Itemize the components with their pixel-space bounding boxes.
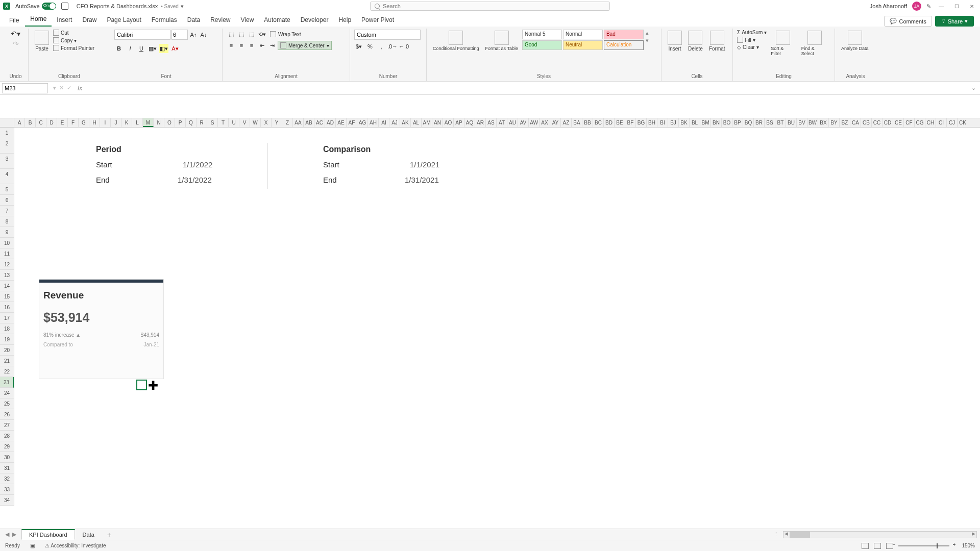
col-header-CD[interactable]: CD [883, 118, 893, 127]
col-header-N[interactable]: N [154, 118, 164, 127]
row-header-1[interactable]: 1 [0, 128, 14, 138]
align-middle-icon[interactable]: ⬚ [237, 30, 246, 39]
col-header-BI[interactable]: BI [657, 118, 668, 127]
col-header-Y[interactable]: Y [272, 118, 282, 127]
col-header-M[interactable]: M [143, 118, 154, 127]
tab-page-layout[interactable]: Page Layout [102, 13, 146, 27]
undo-icon[interactable]: ↶▾ [11, 30, 20, 38]
underline-button[interactable]: U [137, 44, 146, 53]
col-header-AK[interactable]: AK [400, 118, 411, 127]
tab-home[interactable]: Home [25, 12, 52, 27]
col-header-O[interactable]: O [164, 118, 175, 127]
row-header-14[interactable]: 14 [0, 281, 14, 291]
select-all-triangle[interactable] [0, 118, 14, 128]
row-header-3[interactable]: 3 [0, 154, 14, 169]
col-header-AF[interactable]: AF [347, 118, 357, 127]
col-header-AW[interactable]: AW [529, 118, 540, 127]
comments-button[interactable]: 💬 Comments [884, 16, 932, 27]
tab-automate[interactable]: Automate [259, 13, 295, 27]
style-normal[interactable]: Normal [563, 30, 603, 39]
col-header-BR[interactable]: BR [754, 118, 765, 127]
col-header-S[interactable]: S [207, 118, 218, 127]
fb-confirm-icon[interactable]: ✓ [67, 85, 71, 91]
col-header-AL[interactable]: AL [411, 118, 422, 127]
fill-button[interactable]: Fill ▾ [737, 37, 767, 43]
row-header-5[interactable]: 5 [0, 184, 14, 195]
col-header-AN[interactable]: AN [432, 118, 443, 127]
col-header-Q[interactable]: Q [186, 118, 197, 127]
style-good[interactable]: Good [522, 40, 562, 50]
col-header-T[interactable]: T [218, 118, 229, 127]
col-header-K[interactable]: K [121, 118, 132, 127]
close-icon[interactable]: ✕ [967, 4, 977, 9]
col-header-W[interactable]: W [250, 118, 261, 127]
col-header-AT[interactable]: AT [497, 118, 507, 127]
sort-filter-button[interactable]: Sort & Filter [769, 30, 797, 57]
col-header-A[interactable]: A [14, 118, 25, 127]
wrap-text-button[interactable]: Wrap Text [267, 30, 304, 39]
col-header-E[interactable]: E [57, 118, 68, 127]
align-top-icon[interactable]: ⬚ [227, 30, 236, 39]
search-input[interactable] [383, 3, 605, 9]
format-button[interactable]: Format [707, 30, 727, 53]
col-header-BX[interactable]: BX [818, 118, 829, 127]
fill-color-button[interactable]: ◧▾ [159, 44, 168, 53]
bold-button[interactable]: B [114, 44, 124, 53]
view-normal-icon[interactable] [862, 543, 869, 549]
border-button[interactable]: ▦▾ [148, 44, 157, 53]
scroll-thumb[interactable] [790, 532, 810, 538]
row-header-6[interactable]: 6 [0, 195, 14, 206]
col-header-AY[interactable]: AY [550, 118, 561, 127]
row-header-16[interactable]: 16 [0, 302, 14, 313]
status-accessibility[interactable]: ⚠ Accessibility: Investigate [45, 543, 106, 548]
row-header-33[interactable]: 33 [0, 484, 14, 495]
style-normal5[interactable]: Normal 5 [522, 30, 562, 39]
col-header-CB[interactable]: CB [861, 118, 872, 127]
col-header-AU[interactable]: AU [507, 118, 518, 127]
col-header-BN[interactable]: BN [711, 118, 722, 127]
col-header-BQ[interactable]: BQ [743, 118, 754, 127]
col-header-BH[interactable]: BH [647, 118, 657, 127]
sheet-next-icon[interactable]: ▶ [12, 531, 16, 538]
col-header-BS[interactable]: BS [765, 118, 775, 127]
redo-icon[interactable]: ↷ [13, 40, 19, 48]
tab-developer[interactable]: Developer [296, 13, 334, 27]
align-left-icon[interactable]: ≡ [227, 41, 236, 50]
currency-icon[interactable]: $▾ [354, 42, 363, 51]
format-table-button[interactable]: Format as Table [483, 30, 520, 52]
font-color-button[interactable]: A▾ [170, 44, 180, 53]
col-header-Z[interactable]: Z [282, 118, 293, 127]
col-header-AO[interactable]: AO [443, 118, 454, 127]
col-header-AI[interactable]: AI [379, 118, 389, 127]
align-center-icon[interactable]: ≡ [237, 41, 246, 50]
style-calculation[interactable]: Calculation [604, 40, 644, 50]
col-header-H[interactable]: H [89, 118, 100, 127]
col-header-BD[interactable]: BD [604, 118, 615, 127]
font-size-select[interactable] [172, 30, 188, 40]
row-header-9[interactable]: 9 [0, 227, 14, 238]
tab-insert[interactable]: Insert [52, 13, 77, 27]
record-macro-icon[interactable]: ▣ [30, 543, 35, 548]
col-header-BO[interactable]: BO [722, 118, 732, 127]
row-header-12[interactable]: 12 [0, 259, 14, 270]
col-header-F[interactable]: F [68, 118, 79, 127]
row-header-15[interactable]: 15 [0, 291, 14, 302]
col-header-AR[interactable]: AR [475, 118, 486, 127]
row-header-30[interactable]: 30 [0, 452, 14, 463]
row-headers[interactable]: 1234567891011121314151617181920212223242… [0, 128, 14, 506]
autosum-button[interactable]: Σ AutoSum ▾ [737, 30, 767, 35]
row-header-8[interactable]: 8 [0, 216, 14, 227]
col-header-R[interactable]: R [197, 118, 207, 127]
row-header-24[interactable]: 24 [0, 388, 14, 398]
sheet-menu-icon[interactable]: ⋮ [769, 531, 783, 538]
row-header-23[interactable]: 23 [0, 377, 14, 388]
tab-draw[interactable]: Draw [77, 13, 102, 27]
col-header-BP[interactable]: BP [732, 118, 743, 127]
col-header-X[interactable]: X [261, 118, 272, 127]
align-right-icon[interactable]: ≡ [247, 41, 256, 50]
tab-review[interactable]: Review [205, 13, 235, 27]
styles-up-icon[interactable]: ▴ [646, 30, 649, 36]
orientation-icon[interactable]: ⟲▾ [257, 30, 266, 39]
col-header-AC[interactable]: AC [314, 118, 325, 127]
inc-decimal-icon[interactable]: .0→ [388, 42, 397, 51]
